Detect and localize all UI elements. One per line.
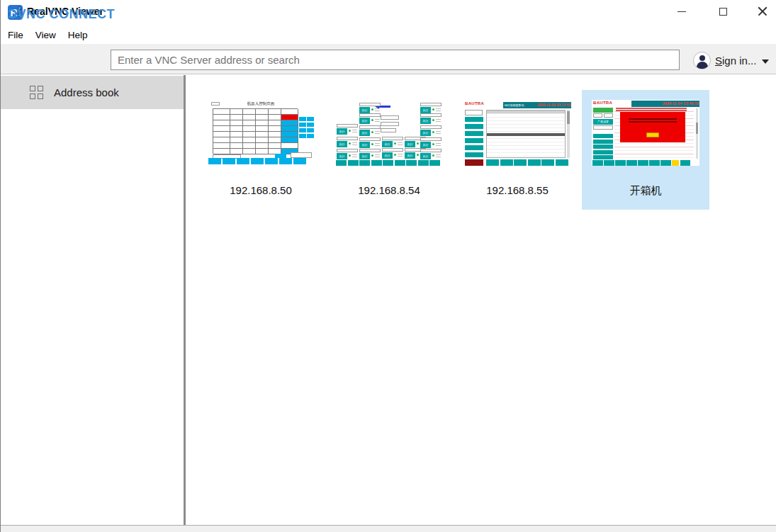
thumb-scrollbar [696, 108, 698, 159]
server-thumbnail: 机器人控制页面 [207, 100, 315, 166]
alarm-dialog [620, 112, 685, 142]
server-thumbnail: BAUTRA M42热熔胶数据 2026-11-03 20:17:53 [463, 100, 571, 166]
sidebar-item-address-book[interactable]: Address book [1, 76, 184, 109]
server-tile[interactable]: 执行 执行 执行 执行 执行 执行 执行 执行 执行 执行 执行 执行 执行 执… [325, 90, 453, 210]
menu-bar: File View Help [1, 26, 776, 44]
menu-help[interactable]: Help [68, 30, 88, 40]
sidebar: Address book [1, 75, 184, 525]
close-button[interactable] [748, 0, 776, 23]
bautra-logo: BAUTRA [465, 101, 484, 106]
status-bar [1, 525, 776, 532]
user-avatar-icon[interactable] [693, 52, 711, 69]
vnc-connect-logo: ƆVNC CONNECT [8, 7, 115, 22]
menu-file[interactable]: File [8, 30, 23, 40]
maximize-button[interactable] [707, 0, 739, 23]
alarm-confirm-button [646, 132, 659, 137]
highlighted-nav-button [672, 160, 679, 166]
thumb-scrollbar [567, 110, 570, 158]
minimize-icon [677, 11, 686, 12]
maximize-icon [719, 8, 727, 16]
server-name: 192.168.8.55 [454, 184, 581, 196]
server-name: 开箱机 [582, 184, 709, 198]
server-tile[interactable]: 机器人控制页面 192.168.8.50 [197, 90, 325, 210]
close-icon [758, 6, 767, 16]
minimize-button[interactable] [665, 0, 698, 23]
server-thumbnail: BAUTRA 2026-11-04 13:48:50 产量清零 [592, 100, 699, 166]
server-thumbnail: 执行 执行 执行 执行 执行 执行 执行 执行 执行 执行 执行 执行 执行 执… [335, 100, 443, 166]
server-name: 192.168.8.50 [197, 184, 325, 196]
title-bar: R VNC RealVNC Viewer [1, 0, 776, 26]
server-name: 192.168.8.54 [325, 184, 453, 196]
address-book-label: Address book [54, 86, 119, 98]
realvnc-viewer-window: R VNC RealVNC Viewer File View Help ƆVNC… [0, 0, 776, 532]
menu-view[interactable]: View [35, 30, 56, 40]
server-list: 机器人控制页面 192.168.8.50 执行 执行 执行 执行 [186, 75, 776, 525]
chevron-down-icon[interactable] [762, 60, 769, 64]
bautra-logo: BAUTRA [593, 101, 612, 105]
address-book-grid-icon [30, 86, 43, 99]
server-tile[interactable]: BAUTRA M42热熔胶数据 2026-11-03 20:17:53 192.… [454, 90, 581, 210]
sign-in-button[interactable]: Sign in... [715, 55, 756, 67]
server-tile-selected[interactable]: BAUTRA 2026-11-04 13:48:50 产量清零 [582, 90, 709, 210]
server-address-search-input[interactable] [111, 50, 680, 70]
